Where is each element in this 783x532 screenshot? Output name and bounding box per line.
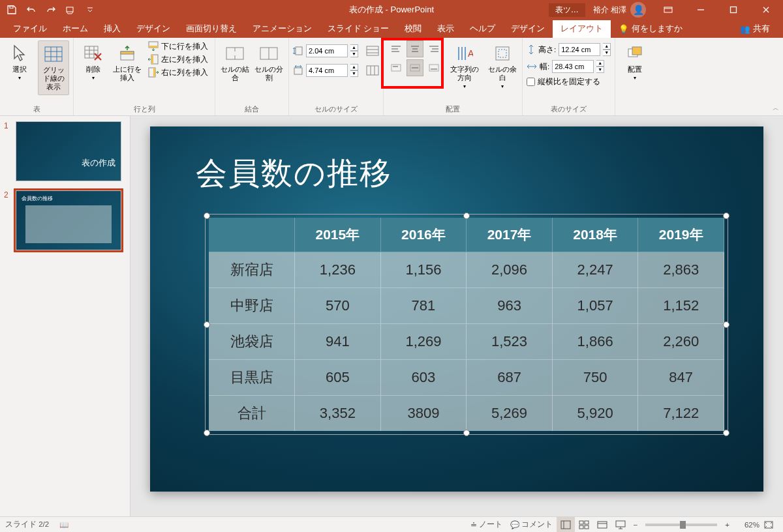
- group-label-table-size: 表のサイズ: [527, 103, 611, 114]
- tell-me[interactable]: 💡何をしますか: [611, 20, 690, 38]
- notes-button[interactable]: ≐ ノート: [467, 517, 506, 533]
- delete-table-icon: [83, 43, 104, 64]
- svg-rect-67: [598, 522, 607, 528]
- save-button[interactable]: [3, 1, 21, 18]
- distribute-cols-icon[interactable]: [366, 65, 379, 76]
- select-button[interactable]: 選択▾: [4, 40, 35, 84]
- split-cells-button[interactable]: セルの分割: [253, 40, 284, 85]
- start-from-beginning-button[interactable]: [61, 1, 80, 18]
- svg-rect-1: [67, 7, 73, 12]
- slideshow-view-button[interactable]: [611, 517, 630, 533]
- align-top-left[interactable]: [388, 40, 405, 57]
- tab-design[interactable]: デザイン: [129, 20, 178, 38]
- tab-slideshow[interactable]: スライド ショー: [320, 20, 397, 38]
- insert-col-right-icon: [148, 67, 159, 78]
- row-height-icon: [293, 46, 303, 56]
- slide-thumbnails-panel[interactable]: 1 表の作成 2 会員数の推移: [0, 116, 130, 516]
- slide-thumb-1[interactable]: 表の作成: [16, 121, 121, 181]
- close-button[interactable]: [752, 0, 780, 20]
- svg-rect-51: [429, 65, 438, 71]
- zoom-in-button[interactable]: +: [721, 517, 733, 533]
- cell-margins-button[interactable]: セルの余白▾: [487, 40, 518, 93]
- delete-button[interactable]: 削除▾: [78, 40, 109, 84]
- alignment-pad: [388, 40, 442, 76]
- slide-thumb-2[interactable]: 会員数の推移: [16, 190, 121, 250]
- tab-home[interactable]: ホーム: [55, 20, 96, 38]
- maximize-button[interactable]: [719, 0, 748, 20]
- svg-rect-63: [579, 521, 583, 524]
- svg-rect-57: [496, 47, 509, 60]
- tab-table-design[interactable]: デザイン: [503, 20, 553, 38]
- align-bottom-center[interactable]: [407, 59, 423, 76]
- align-bottom-right[interactable]: [425, 59, 442, 76]
- table-width-field[interactable]: [552, 60, 594, 73]
- collapse-ribbon-button[interactable]: ︿: [773, 104, 779, 113]
- group-label-arrange: [619, 113, 651, 114]
- window-title: 表の作成 - PowerPoint: [349, 4, 434, 16]
- reading-view-button[interactable]: [593, 517, 611, 533]
- zoom-out-button[interactable]: −: [630, 517, 642, 533]
- share-button[interactable]: 👥共有: [732, 20, 778, 38]
- tab-review[interactable]: 校閲: [397, 20, 429, 38]
- fit-to-window-button[interactable]: [760, 517, 778, 533]
- redo-button[interactable]: [42, 1, 60, 18]
- align-top-right[interactable]: [425, 40, 442, 57]
- user-account[interactable]: 裕介 相澤 👤: [589, 2, 650, 18]
- table-width-input[interactable]: 幅: ▲▼: [527, 60, 611, 73]
- tab-insert[interactable]: 挿入: [96, 20, 129, 38]
- minimize-button[interactable]: [686, 0, 715, 20]
- tab-view[interactable]: 表示: [429, 20, 462, 38]
- normal-view-button[interactable]: [557, 517, 575, 533]
- spin-up[interactable]: ▲: [350, 44, 358, 51]
- group-label-merge: 結合: [219, 103, 284, 114]
- tab-help[interactable]: ヘルプ: [462, 20, 503, 38]
- view-gridlines-button[interactable]: グリッド線の表示: [38, 40, 69, 95]
- ribbon: 選択▾ グリッド線の表示 表 削除▾ 上に行を挿入 下に行を挿入 左に列を挿入 …: [0, 38, 783, 116]
- spin-up[interactable]: ▲: [350, 64, 358, 70]
- spellcheck-icon[interactable]: 📖: [55, 517, 72, 533]
- insert-right-button[interactable]: 右に列を挿入: [146, 66, 211, 78]
- row-height-input[interactable]: ▲▼: [293, 44, 379, 57]
- col-width-input[interactable]: ▲▼: [293, 64, 379, 77]
- row-height-field[interactable]: [306, 44, 348, 57]
- title-bar: 表の作成 - PowerPoint 表ツ… 裕介 相澤 👤: [0, 0, 783, 20]
- tab-file[interactable]: ファイル: [5, 20, 55, 38]
- tab-animations[interactable]: アニメーション: [245, 20, 320, 38]
- table-height-field[interactable]: [559, 43, 600, 56]
- lock-aspect-checkbox[interactable]: 縦横比を固定する: [527, 77, 611, 87]
- svg-text:A: A: [468, 48, 473, 59]
- cell-margins-icon: [492, 43, 513, 64]
- workspace: 1 表の作成 2 会員数の推移 会員数の推移 2015年2016年2017年20…: [0, 116, 783, 516]
- qat-customize-button[interactable]: [81, 1, 99, 18]
- arrange-button[interactable]: 配置▾: [619, 40, 651, 84]
- align-top-center[interactable]: [407, 40, 423, 57]
- table-object[interactable]: 2015年2016年2017年2018年2019年新宿店1,2361,1562,…: [209, 218, 724, 431]
- insert-below-button[interactable]: 下に行を挿入: [146, 40, 211, 52]
- tab-layout[interactable]: レイアウト: [553, 20, 611, 38]
- svg-rect-3: [664, 7, 672, 12]
- spin-down[interactable]: ▼: [350, 51, 358, 57]
- merge-cells-button[interactable]: セルの結合: [219, 40, 251, 85]
- table-height-input[interactable]: 高さ: ▲▼: [527, 43, 611, 56]
- arrange-icon: [624, 43, 645, 64]
- share-icon: 👥: [740, 24, 750, 34]
- sorter-view-button[interactable]: [575, 517, 593, 533]
- tab-transitions[interactable]: 画面切り替え: [178, 20, 245, 38]
- insert-above-button[interactable]: 上に行を挿入: [112, 40, 143, 85]
- ribbon-display-options-button[interactable]: [654, 0, 683, 20]
- align-bottom-left[interactable]: [388, 59, 405, 76]
- svg-rect-47: [392, 65, 401, 71]
- col-width-field[interactable]: [306, 64, 348, 77]
- undo-button[interactable]: [22, 1, 40, 18]
- slide-editor[interactable]: 会員数の推移 2015年2016年2017年2018年2019年新宿店1,236…: [130, 116, 783, 516]
- spin-down[interactable]: ▼: [350, 70, 358, 77]
- slide-canvas[interactable]: 会員数の推移 2015年2016年2017年2018年2019年新宿店1,236…: [150, 126, 763, 492]
- col-width-icon: [293, 65, 303, 76]
- svg-rect-65: [579, 525, 583, 529]
- comments-button[interactable]: 💬 コメント: [506, 517, 557, 533]
- insert-left-button[interactable]: 左に列を挿入: [146, 53, 211, 65]
- text-direction-button[interactable]: A 文字列の方向▾: [449, 40, 480, 93]
- zoom-slider[interactable]: [645, 524, 717, 526]
- slide-title[interactable]: 会員数の推移: [196, 153, 392, 194]
- distribute-rows-icon[interactable]: [366, 46, 379, 56]
